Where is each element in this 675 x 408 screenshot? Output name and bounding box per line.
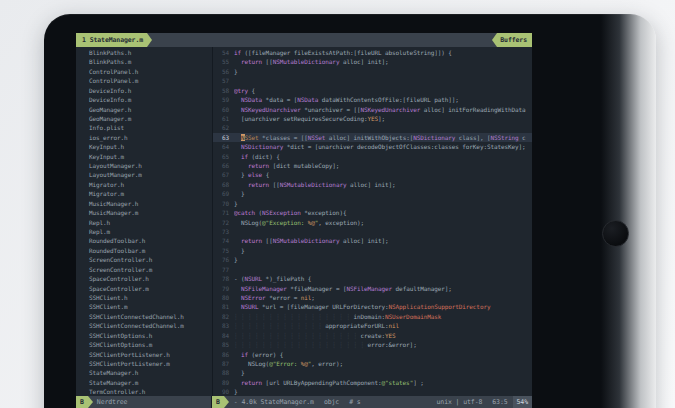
file-item[interactable]: Repl.h [76, 218, 212, 227]
line-number: 83 [213, 321, 229, 330]
code-token: else [248, 171, 262, 178]
file-item[interactable]: SSHClientOptions.h [76, 331, 212, 340]
file-item[interactable]: SSHClient.m [76, 302, 212, 311]
file-item[interactable]: ScreenController.h [76, 255, 212, 264]
file-item[interactable]: SpaceController.m [76, 284, 212, 293]
code-line[interactable]: 67 } else { [213, 170, 532, 179]
code-line[interactable]: 71@catch (NSException *exception){ [213, 208, 532, 217]
file-item[interactable]: SSHClientPortListener.h [76, 350, 212, 359]
file-item[interactable]: GeoManager.m [76, 114, 212, 123]
code-line[interactable]: 60 NSKeyedUnarchiver *unarchiver = [[NSK… [213, 105, 532, 114]
file-item[interactable]: KeyInput.m [76, 152, 212, 161]
code-line[interactable]: 61 [unarchiver setRequiresSecureCoding:Y… [213, 114, 532, 123]
code-line[interactable]: 75 } [213, 246, 532, 255]
code-token: NSException [262, 209, 301, 216]
nerdtree-statusline: B Nerdtree [76, 396, 212, 408]
file-item[interactable]: DeviceInfo.h [76, 86, 212, 95]
code-line[interactable]: 77 [213, 265, 532, 274]
file-item[interactable]: ControlPanel.m [76, 76, 212, 85]
file-item[interactable]: LayoutManager.h [76, 161, 212, 170]
code-token: NSApplicationSupportDirectory [389, 303, 491, 310]
code-token: c [519, 134, 526, 141]
line-number: 62 [213, 123, 229, 132]
code-line[interactable]: 90} [213, 387, 532, 396]
file-item[interactable]: SSHClientPortListener.m [76, 359, 212, 368]
file-item[interactable]: TermController.h [76, 387, 212, 396]
code-pane: 54if ([fileManager fileExistsAtPath:[fil… [213, 47, 532, 396]
tab-statemanager[interactable]: 1 StateManager.m [76, 33, 147, 47]
file-item[interactable]: Repl.m [76, 227, 212, 236]
code-line[interactable]: 82┆ ┆ ┆ ┆ ┆ ┆ ┆ ┆ ┆ ┆ ┆ ┆ ┆ ┆ ┆ ┆ ┆ inDo… [213, 312, 532, 321]
code-token: defaultManager]; [392, 285, 452, 292]
code-line[interactable]: 58@try { [213, 86, 532, 95]
file-item[interactable]: SpaceController.h [76, 274, 212, 283]
file-item[interactable]: BlinkPaths.h [76, 48, 212, 57]
file-item[interactable]: KeyInput.h [76, 142, 212, 151]
file-item[interactable]: SSHClientOptions.m [76, 340, 212, 349]
code-token: { [262, 171, 269, 178]
file-item[interactable]: StateManager.h [76, 368, 212, 377]
file-item[interactable]: SSHClient.h [76, 293, 212, 302]
file-item[interactable]: Migrator.m [76, 189, 212, 198]
code-token: NSSet [308, 134, 326, 141]
file-item[interactable]: LayoutManager.m [76, 170, 212, 179]
file-item[interactable]: StateManager.m [76, 378, 212, 387]
code-line[interactable]: 74 return [[NSMutableDictionary alloc] i… [213, 236, 532, 245]
code-line[interactable]: 55 return [[NSMutableDictionary alloc] i… [213, 57, 532, 66]
code-token [234, 143, 241, 150]
code-text: if (error) { [234, 350, 532, 359]
code-line[interactable]: 81 NSURL *url = [fileManager URLForDirec… [213, 302, 532, 311]
file-item[interactable]: SSHClientConnectedChannel.h [76, 312, 212, 321]
line-number: 54 [213, 48, 229, 57]
home-button[interactable] [602, 220, 629, 247]
code-line[interactable]: 70} [213, 199, 532, 208]
code-line[interactable]: 84┆ ┆ ┆ ┆ ┆ ┆ ┆ ┆ ┆ ┆ ┆ ┆ ┆ ┆ ┆ ┆ ┆ ┆ cr… [213, 331, 532, 340]
code-token [234, 379, 241, 386]
code-line[interactable]: 59 NSData *data = [NSData dataWithConten… [213, 95, 532, 104]
file-item[interactable]: Info.plist [76, 123, 212, 132]
code-line[interactable]: 83┆ ┆ ┆ ┆ ┆ ┆ ┆ ┆ ┆ ┆ ┆ ┆ ┆ appropriateF… [213, 321, 532, 330]
line-number: 75 [213, 246, 229, 255]
code-token: *unarchiver = [[ [301, 106, 361, 113]
file-item[interactable]: RoundedToolbar.m [76, 246, 212, 255]
code-line[interactable]: 72 NSLog(@"Exception: %@", exception); [213, 218, 532, 227]
file-item[interactable]: DeviceInfo.m [76, 95, 212, 104]
code-line[interactable]: 63 NSSet *classes = [[NSSet alloc] initW… [213, 133, 532, 142]
file-item[interactable]: BlinkPaths.m [76, 57, 212, 66]
code-text: if (dict) { [234, 152, 532, 161]
code-line[interactable]: 68 return [[NSMutableDictionary alloc] i… [213, 180, 532, 189]
buffers-label[interactable]: Buffers [497, 33, 532, 47]
code-line[interactable]: 85┆ ┆ ┆ ┆ ┆ ┆ ┆ ┆ ┆ ┆ ┆ ┆ ┆ ┆ ┆ ┆ ┆ ┆ ┆ … [213, 340, 532, 349]
file-item[interactable]: ios_error.h [76, 133, 212, 142]
file-item[interactable]: RoundedToolbar.h [76, 236, 212, 245]
code-line[interactable]: 78- (NSURL *)_filePath { [213, 274, 532, 283]
code-line[interactable]: 62 [213, 123, 532, 132]
file-item[interactable]: MusicManager.m [76, 208, 212, 217]
code-line[interactable]: 73 [213, 227, 532, 236]
file-item[interactable]: ControlPanel.h [76, 67, 212, 76]
file-item[interactable]: Migrator.h [76, 180, 212, 189]
code-token: } [234, 171, 248, 178]
code-line[interactable]: 56} [213, 67, 532, 76]
code-line[interactable]: 86 if (error) { [213, 350, 532, 359]
code-line[interactable]: 76} [213, 255, 532, 264]
file-item[interactable]: GeoManager.h [76, 105, 212, 114]
code-line[interactable]: 87 NSLog(@"Error: %@", error); [213, 359, 532, 368]
file-item[interactable]: ScreenController.m [76, 265, 212, 274]
code-line[interactable]: 89 return [url URLByAppendingPathCompone… [213, 378, 532, 387]
code-token: return [248, 162, 269, 169]
line-number: 55 [213, 57, 229, 66]
code-line[interactable]: 69 } [213, 189, 532, 198]
code-line[interactable]: 54if ([fileManager fileExistsAtPath:[fil… [213, 48, 532, 57]
code-line[interactable]: 66 return [dict mutableCopy]; [213, 161, 532, 170]
file-item[interactable]: SSHClientConnectedChannel.m [76, 321, 212, 330]
code-line[interactable]: 88 } [213, 368, 532, 377]
code-line[interactable]: 57 [213, 76, 532, 85]
file-item[interactable]: MusicManager.h [76, 199, 212, 208]
code-line[interactable]: 64 NSDictionary *dict = [unarchiver deco… [213, 142, 532, 151]
code-line[interactable]: 79 NSFileManager *fileManager = [NSFileM… [213, 284, 532, 293]
code-text: return [[NSMutableDictionary alloc] init… [234, 57, 532, 66]
code-line[interactable]: 65 if (dict) { [213, 152, 532, 161]
line-number: 87 [213, 359, 229, 368]
code-line[interactable]: 80 NSError *error = nil; [213, 293, 532, 302]
